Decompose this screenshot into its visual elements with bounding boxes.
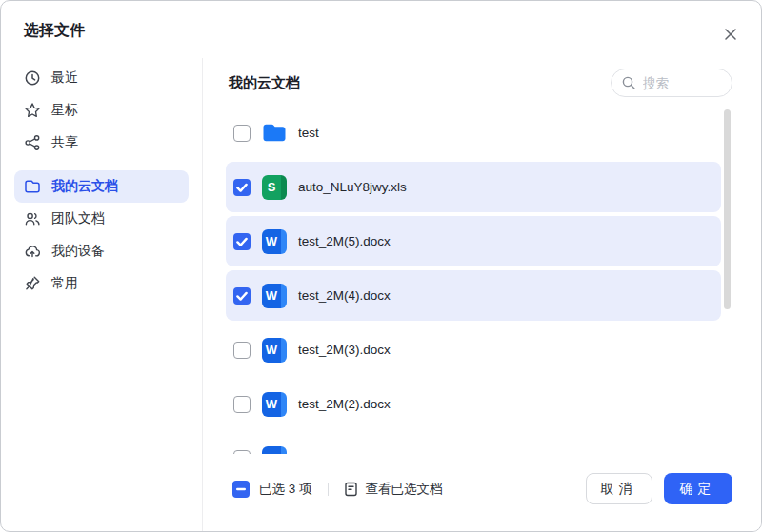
file-row[interactable]: Sauto_NLuY8jwy.xls — [226, 162, 721, 212]
docx-file-icon: W — [262, 229, 287, 254]
confirm-button[interactable]: 确定 — [664, 473, 732, 504]
search-icon — [621, 75, 636, 90]
file-row[interactable]: Wtest_2M(4).docx — [226, 270, 721, 321]
share-icon — [24, 134, 41, 151]
check-icon — [233, 287, 251, 305]
sidebar-item-share[interactable]: 共享 — [14, 127, 189, 159]
folder-icon — [24, 178, 41, 195]
sidebar-item-label: 我的云文档 — [51, 178, 118, 195]
sidebar-item-label: 常用 — [51, 275, 78, 292]
search-box[interactable] — [611, 69, 732, 97]
select-all-checkbox[interactable] — [232, 481, 250, 498]
folder-file-icon — [262, 122, 287, 144]
device-icon — [24, 243, 41, 260]
sidebar-item-star[interactable]: 星标 — [14, 94, 189, 127]
file-row[interactable]: test — [226, 108, 721, 158]
team-icon — [24, 210, 41, 227]
sidebar-item-team[interactable]: 团队文档 — [14, 203, 189, 235]
dialog-title: 选择文件 — [24, 21, 85, 41]
main-header: 我的云文档 — [203, 58, 761, 108]
main-panel: 我的云文档 testSauto_NLuY8jwy.xlsWtest_2M(5).… — [203, 58, 761, 531]
indeterminate-icon — [232, 481, 250, 498]
cancel-button[interactable]: 取消 — [586, 473, 652, 504]
sidebar-item-device[interactable]: 我的设备 — [14, 235, 189, 267]
footer-divider — [328, 483, 329, 496]
file-row[interactable]: Wtest_2M(2).docx — [226, 379, 721, 429]
file-row[interactable]: Wtest_2M(5).docx — [226, 216, 721, 266]
sidebar-item-label: 星标 — [51, 102, 78, 119]
file-name: test_2M(2).docx — [298, 397, 391, 411]
file-row[interactable]: Wtest_2M(3).docx — [226, 325, 721, 375]
sidebar-item-label: 最近 — [51, 69, 78, 87]
dialog-body: 最近星标共享我的云文档团队文档我的设备常用 我的云文档 testSauto_NL… — [1, 58, 761, 531]
check-icon — [233, 179, 251, 196]
file-name: test_2M(5).docx — [298, 234, 391, 248]
view-selected-button[interactable]: 查看已选文档 — [344, 481, 443, 498]
file-checkbox[interactable] — [233, 179, 251, 196]
selected-count-label: 已选 3 项 — [259, 481, 312, 498]
file-list: testSauto_NLuY8jwy.xlsWtest_2M(5).docxWt… — [226, 108, 721, 456]
clock-icon — [24, 69, 41, 87]
document-list-icon — [344, 482, 358, 497]
file-checkbox[interactable] — [233, 342, 251, 359]
sidebar-item-label: 我的设备 — [51, 243, 105, 260]
selection-summary: 已选 3 项 查看已选文档 — [232, 481, 443, 498]
footer-actions: 取消 确定 — [586, 473, 732, 504]
file-name: auto_NLuY8jwy.xls — [298, 180, 407, 194]
pin-icon — [24, 275, 41, 292]
file-row[interactable]: W — [226, 433, 721, 456]
select-file-dialog: 选择文件 最近星标共享我的云文档团队文档我的设备常用 我的云文档 testSau… — [0, 0, 762, 532]
sidebar-item-label: 共享 — [51, 134, 78, 151]
view-selected-label: 查看已选文档 — [366, 481, 443, 498]
file-checkbox[interactable] — [233, 396, 251, 413]
scrollbar[interactable] — [724, 109, 731, 309]
close-button[interactable] — [721, 25, 740, 44]
docx-file-icon: W — [262, 338, 287, 363]
xls-file-icon: S — [262, 175, 287, 200]
file-checkbox[interactable] — [233, 287, 251, 305]
file-name: test_2M(3).docx — [298, 343, 391, 357]
sidebar-item-clock[interactable]: 最近 — [14, 62, 189, 94]
sidebar-item-pin[interactable]: 常用 — [14, 267, 189, 300]
sidebar-group-gap — [1, 159, 202, 170]
search-input[interactable] — [643, 76, 717, 90]
file-checkbox[interactable] — [233, 125, 251, 142]
file-checkbox[interactable] — [233, 233, 251, 250]
star-icon — [24, 102, 41, 119]
docx-file-icon: W — [262, 392, 287, 417]
docx-file-icon: W — [262, 284, 287, 308]
footer: 已选 3 项 查看已选文档 取消 确定 — [203, 454, 761, 531]
sidebar-item-folder[interactable]: 我的云文档 — [14, 170, 189, 203]
file-name: test — [298, 126, 319, 140]
check-icon — [233, 233, 251, 250]
file-name: test_2M(4).docx — [298, 288, 391, 303]
sidebar: 最近星标共享我的云文档团队文档我的设备常用 — [1, 58, 203, 531]
sidebar-item-label: 团队文档 — [51, 210, 105, 227]
page-title: 我的云文档 — [229, 74, 300, 92]
close-icon — [723, 27, 738, 42]
